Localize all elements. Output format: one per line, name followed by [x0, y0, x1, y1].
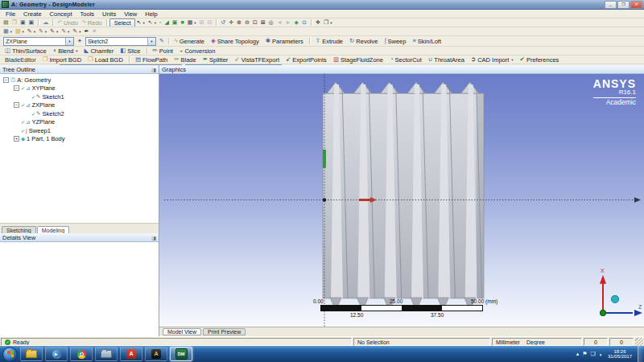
load-bgd-button[interactable]: ❒Load BGD — [85, 56, 126, 64]
plane-display-icon[interactable]: ▨▾ — [14, 28, 26, 35]
vistatfexport-button[interactable]: ➶VistaTFExport — [231, 56, 283, 64]
filter-body-icon[interactable]: ■ — [179, 19, 185, 26]
taskbar-media-player[interactable]: ▶ — [45, 347, 68, 361]
extrude-button[interactable]: ⇧Extrude — [312, 36, 346, 46]
viewport-canvas[interactable]: X Z — [159, 74, 644, 327]
point-button[interactable]: ✏Point — [150, 47, 176, 55]
new-plane-icon[interactable]: ✦ — [76, 38, 84, 44]
extend-selection-icon[interactable]: ⊞ — [198, 19, 206, 26]
tab-model-view[interactable]: Model View — [163, 328, 201, 335]
collapse-toggle[interactable]: − — [14, 102, 19, 108]
triad-origin-ball[interactable] — [601, 310, 606, 315]
show-hidden-icons[interactable]: ▴ — [576, 351, 580, 357]
box-zoom-icon[interactable]: ⊡ — [251, 19, 259, 26]
shaded-display-icon[interactable]: ▦▾ — [2, 28, 14, 35]
vertex-style-icon[interactable]: ✎▾ — [60, 28, 71, 35]
volume-icon[interactable]: ◖ — [599, 352, 602, 357]
start-button[interactable] — [2, 347, 18, 362]
sweep-button[interactable]: ∫Sweep — [381, 36, 409, 46]
menu-units[interactable]: Units — [98, 10, 120, 18]
menu-tools[interactable]: Tools — [76, 10, 99, 18]
maximize-button[interactable]: ❐ — [617, 1, 630, 9]
viewports-icon[interactable]: ❐▾ — [322, 19, 334, 26]
save-all-icon[interactable]: ▣ — [27, 19, 36, 26]
open-file-icon[interactable]: ❒ — [10, 19, 19, 26]
previous-view-icon[interactable]: ◄ — [275, 19, 284, 26]
tree-item-sketch2[interactable]: ✓✎Sketch2 — [0, 109, 159, 118]
select-box-icon[interactable]: ↖▾ — [147, 19, 158, 26]
save-icon[interactable]: ▣ — [19, 19, 27, 26]
generate-button[interactable]: ϟGenerate — [171, 36, 208, 46]
share-topology-button[interactable]: ◈Share Topology — [208, 36, 262, 46]
tree-item-1-part-1-body[interactable]: +◆1 Part, 1 Body — [0, 135, 159, 144]
import-bgd-button[interactable]: ❒Import BGD — [39, 56, 85, 64]
collapse-toggle[interactable]: − — [14, 85, 19, 91]
graphics-viewport[interactable]: X Z ANSYS R16.1 Academic 0.00 25.00 — [159, 74, 644, 327]
resize-grip[interactable] — [635, 338, 643, 346]
cad-import-button[interactable]: ➲CAD Import▾ — [468, 56, 517, 64]
triad-iso-ball[interactable] — [612, 295, 619, 302]
taskbar-chrome[interactable] — [70, 347, 93, 361]
edge-style-icon[interactable]: ✎▾ — [48, 28, 60, 35]
close-button[interactable]: ✕ — [630, 1, 642, 9]
expand-toggle[interactable]: + — [14, 136, 19, 142]
collapse-toggle[interactable]: − — [3, 77, 9, 83]
magnifier-icon[interactable]: ◎ — [267, 19, 275, 26]
isometric-view-icon[interactable]: ◈ — [293, 19, 300, 26]
tree-item-xyplane[interactable]: −✓⊿XYPlane — [0, 84, 159, 93]
blade-button[interactable]: ✑Blade — [171, 56, 199, 64]
pin-icon[interactable]: ◨ — [151, 67, 156, 72]
tree-item-sweep1[interactable]: ✓∫Sweep1 — [0, 126, 159, 135]
pan-icon[interactable]: ✛ — [227, 19, 235, 26]
show-desktop-button[interactable] — [638, 346, 643, 362]
taskbar-clock[interactable]: 18:26 31/05/2017 — [605, 349, 634, 360]
conversion-button[interactable]: ◒Conversion — [176, 47, 218, 55]
filter-edge-icon[interactable]: ◢ — [163, 19, 170, 26]
menu-create[interactable]: Create — [19, 10, 46, 18]
preferences-button[interactable]: ✔Preferences — [517, 56, 563, 64]
exportpoints-button[interactable]: ➹ExportPoints — [283, 56, 330, 64]
parameters-button[interactable]: ✱Parameters — [262, 36, 307, 46]
revolve-button[interactable]: ↻Revolve — [346, 36, 381, 46]
plane-combo[interactable]: ZXPlane▾ — [3, 37, 74, 46]
filter-face-icon[interactable]: ▣ — [171, 19, 180, 26]
zoom-in-icon[interactable]: ⊕ — [235, 19, 243, 26]
stagefluidzone-button[interactable]: ▥StageFluidZone — [330, 56, 386, 64]
rotate-view-icon[interactable]: ↺ — [219, 19, 227, 26]
extend-limits-icon[interactable]: ⊟ — [205, 19, 213, 26]
tab-print-preview[interactable]: Print Preview — [203, 328, 246, 335]
sectorcut-button[interactable]: ◔SectorCut — [386, 56, 425, 64]
taskbar-adobe-reader[interactable]: A — [120, 347, 142, 361]
taskbar-explorer[interactable] — [20, 347, 43, 361]
undo-icon[interactable]: ↶Undo — [56, 19, 80, 27]
new-sketch-icon[interactable]: ✎ — [158, 38, 166, 44]
network-icon[interactable]: ❏ — [590, 351, 595, 357]
new-file-icon[interactable]: ▤ — [2, 19, 10, 26]
title-bar[interactable]: A: Geometry - DesignModeler _ ❐ ✕ — [0, 0, 644, 10]
blend-button[interactable]: ◗Blend▾ — [50, 47, 81, 55]
skin-loft-button[interactable]: ≡Skin/Loft — [409, 36, 444, 46]
menu-file[interactable]: File — [2, 10, 19, 18]
zoom-fit-icon[interactable]: ⊠ — [259, 19, 267, 26]
sketch-visibility-icon[interactable]: ✧ — [90, 28, 98, 35]
chamfer-button[interactable]: ◣Chamfer — [81, 47, 118, 55]
line-color-icon[interactable]: ✎▾ — [37, 28, 48, 35]
flowpath-button[interactable]: ▤FlowPath — [132, 56, 171, 64]
next-view-icon[interactable]: ► — [284, 19, 293, 26]
tree-item-zxplane[interactable]: −✓⊿ZXPlane — [0, 101, 159, 110]
throatarea-button[interactable]: ∪ThroatArea — [425, 56, 468, 64]
taskbar-ansys[interactable]: A — [145, 347, 167, 361]
minimize-button[interactable]: _ — [605, 1, 617, 9]
pin-icon[interactable]: ◨ — [151, 235, 156, 241]
menu-concept[interactable]: Concept — [46, 10, 76, 18]
menu-view[interactable]: View — [120, 10, 141, 18]
splitter-button[interactable]: ✒Splitter — [200, 56, 232, 64]
swept-screw-model[interactable] — [323, 82, 484, 311]
menu-help[interactable]: Help — [141, 10, 161, 18]
taskbar-designmodeler[interactable]: DM — [170, 347, 192, 361]
tree-item-a-geometry[interactable]: −◫A: Geometry — [0, 76, 159, 84]
look-at-icon[interactable]: ⊙ — [300, 19, 308, 26]
point-style-icon[interactable]: ✎▾ — [26, 28, 37, 35]
highlight-pen-icon[interactable]: ✒ — [82, 28, 90, 35]
refresh-input-icon[interactable]: ☁ — [41, 19, 50, 26]
